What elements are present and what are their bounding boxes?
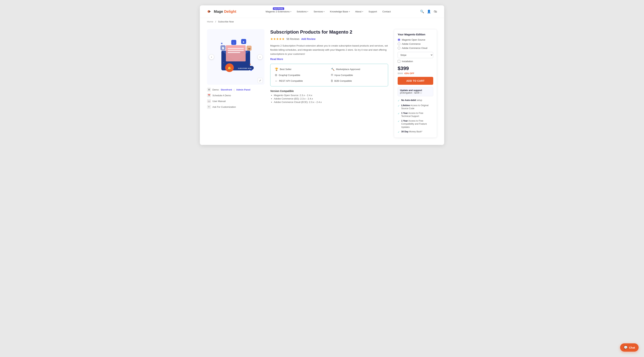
nav-item-solutions[interactable]: Solutions ▾ <box>294 9 310 14</box>
edition-adobe-commerce-radio[interactable] <box>398 42 400 45</box>
version-compat-title: Version Compatible <box>270 90 388 92</box>
pricing-card: Your Magento Edition Magento Open Source… <box>394 29 437 138</box>
version-list: Magento Open Source: 2.3.x - 2.4.x Adobe… <box>270 94 388 103</box>
header-icons: 🔍 👤 🛍 <box>420 9 437 13</box>
svg-text:▶: ▶ <box>243 40 245 43</box>
right-column: Your Magento Edition Magento Open Source… <box>394 29 437 138</box>
demo-separator: | <box>234 88 234 91</box>
edition-adobe-commerce-cloud-radio[interactable] <box>398 47 400 49</box>
rest-api-icon: ↔ <box>275 79 278 83</box>
read-more-link[interactable]: Read More <box>270 58 283 60</box>
edition-title: Your Magento Edition <box>398 33 433 36</box>
svg-text:○: ○ <box>223 62 224 63</box>
demo-row: 🖥 Demo: Storefront | Admin Panel <box>207 88 264 92</box>
search-icon[interactable]: 🔍 <box>420 9 424 13</box>
b2b-icon: B <box>331 79 333 83</box>
feature-hyva-compatible: H Hyva Compatible <box>331 73 384 77</box>
expand-image-button[interactable]: ⤢ <box>258 78 263 83</box>
product-image-container: ‹ <box>207 29 264 85</box>
support-subtitle: prolongation - $209 <box>400 92 420 94</box>
breadcrumb: Home / Subscribe Now <box>200 18 444 25</box>
benefits-list: ✓ No Auto-debit setup ✓ Lifetime Access … <box>398 99 433 134</box>
nav-item-contact[interactable]: Contact <box>380 9 393 14</box>
rating-row: ★★★★★ 58 Reviews Add Review <box>270 37 388 41</box>
nav-label-knowledge-base: Knowledge Base <box>330 10 348 13</box>
support-info-icon[interactable]: ⓘ <box>420 92 422 94</box>
feature-marketplace-approved-label: Marketplace Approved <box>336 68 360 70</box>
version-item-adobe-commerce: Adobe Commerce (EE): 2.3.x - 2.4.x <box>274 97 388 100</box>
chevron-down-icon: ▾ <box>349 10 350 12</box>
best-seller-icon: 🏆 <box>275 67 278 71</box>
demo-icon: 🖥 <box>207 88 211 92</box>
benefit-1yr-compat: ✓ 1 Year Access to Free Compatibility an… <box>398 119 433 129</box>
benefit-no-auto-debit: ✓ No Auto-debit setup <box>398 99 433 102</box>
admin-panel-link[interactable]: Admin Panel <box>236 88 250 91</box>
edition-open-source[interactable]: Magento Open Source <box>398 38 433 41</box>
feature-graphql-label: Graphql Compatible <box>279 74 300 76</box>
support-box: Update and support prolongation - $209 ⓘ <box>398 87 433 96</box>
schedule-demo-row: 📅 Schedule A Demo <box>207 93 264 97</box>
user-icon[interactable]: 👤 <box>427 9 431 13</box>
svg-rect-3 <box>226 45 246 61</box>
nav-label-solutions: Solutions <box>297 10 307 13</box>
chevron-down-icon: ▾ <box>324 10 324 12</box>
logo[interactable]: MageDelight <box>207 9 236 14</box>
benefit-lifetime-source: ✓ Lifetime Access to Original Source Cod… <box>398 104 433 110</box>
product-title: Subscription Products for Magento 2 <box>270 29 388 35</box>
nav-label-about: About <box>355 10 362 13</box>
price-discount: 43% OFF <box>404 72 414 75</box>
user-manual-link[interactable]: User Manual <box>212 100 226 102</box>
breadcrumb-current: Subscribe Now <box>218 20 234 23</box>
add-to-cart-button[interactable]: ADD TO CART <box>398 77 433 85</box>
chevron-down-icon: ▾ <box>290 10 291 12</box>
installation-checkbox-item[interactable]: Installation <box>398 60 433 63</box>
installation-checkbox[interactable] <box>398 60 400 63</box>
edition-adobe-commerce[interactable]: Adobe Commerce <box>398 42 433 45</box>
features-box: 🏆 Best Seller 🔨 Marketplace Approved ⚙ G… <box>270 64 388 86</box>
nav-item-knowledge-base[interactable]: Knowledge Base ▾ <box>328 9 352 14</box>
price-display: $399 <box>398 65 433 71</box>
ask-customization-link[interactable]: Ask For Customization <box>212 106 236 108</box>
breadcrumb-home[interactable]: Home <box>207 20 213 23</box>
check-icon: ✓ <box>398 120 400 123</box>
check-icon: ✓ <box>398 112 400 115</box>
edition-adobe-commerce-cloud-label: Adobe Commerce Cloud <box>402 47 427 49</box>
edition-open-source-radio[interactable] <box>398 38 400 41</box>
edition-adobe-commerce-cloud[interactable]: Adobe Commerce Cloud <box>398 47 433 49</box>
main-nav: Hyva Ready Magento 2 Extensions ▾ Soluti… <box>244 9 413 14</box>
svg-rect-5 <box>228 50 244 51</box>
payment-select[interactable]: Stripe <box>398 52 433 58</box>
price-current: $399 <box>398 65 409 71</box>
nav-item-support[interactable]: Support <box>366 9 379 14</box>
star-rating: ★★★★★ <box>270 37 284 41</box>
marketplace-approved-icon: 🔨 <box>331 67 334 71</box>
price-row: $699 43% OFF <box>398 72 433 75</box>
storefront-link[interactable]: Storefront <box>221 88 232 91</box>
check-icon: ✓ <box>398 99 400 102</box>
nav-item-about[interactable]: About ▾ <box>353 9 365 14</box>
cart-icon[interactable]: 🛍 <box>434 10 437 13</box>
nav-label-services: Services <box>314 10 323 13</box>
breadcrumb-separator: / <box>215 20 216 23</box>
add-review-link[interactable]: Add Review <box>301 37 315 40</box>
feature-graphql-compatible: ⚙ Graphql Compatible <box>275 73 328 77</box>
edition-open-source-label: Magento Open Source <box>402 38 425 41</box>
schedule-demo-link[interactable]: Schedule A Demo <box>212 94 231 97</box>
price-original: $699 <box>398 72 403 75</box>
schedule-icon: 📅 <box>207 93 211 97</box>
chevron-down-icon: ▾ <box>307 10 308 12</box>
benefit-1yr-support: ✓ 1 Year Access to Free Technical Suppor… <box>398 112 433 118</box>
feature-best-seller-label: Best Seller <box>280 68 292 70</box>
benefit-lifetime-source-text: Lifetime Access to Original Source Code <box>401 104 433 110</box>
prev-image-button[interactable]: ‹ <box>209 54 214 60</box>
version-item-open-source: Magento Open Source: 2.3.x - 2.4.x <box>274 94 388 97</box>
benefit-no-auto-debit-text: No Auto-debit setup <box>401 99 422 102</box>
customization-icon: ✏ <box>207 105 211 109</box>
feature-hyva-label: Hyva Compatible <box>334 74 353 76</box>
nav-label-support: Support <box>368 10 377 13</box>
next-image-button[interactable]: › <box>257 54 263 60</box>
benefit-money-back: ✓ 30 Day Money Back* <box>398 130 433 134</box>
nav-item-services[interactable]: Services ▾ <box>312 9 327 14</box>
benefit-money-back-text: 30 Day Money Back* <box>401 130 422 133</box>
nav-item-magento-extensions[interactable]: Hyva Ready Magento 2 Extensions ▾ <box>264 9 294 14</box>
